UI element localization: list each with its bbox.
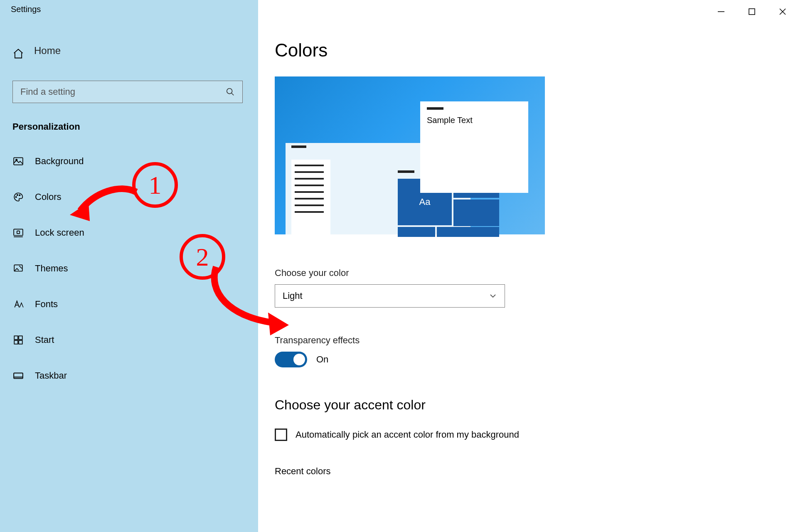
svg-point-10: [19, 195, 20, 195]
search-icon: [226, 87, 235, 96]
preview-tile: [453, 200, 499, 226]
picture-icon: [12, 155, 24, 167]
svg-rect-11: [14, 229, 23, 235]
content-area: Colors Aa: [258, 18, 798, 532]
palette-icon: [12, 191, 24, 203]
page-title: Colors: [275, 40, 798, 61]
app-title-text: Settings: [11, 5, 41, 14]
sidebar-item-colors[interactable]: Colors: [12, 191, 246, 203]
sidebar-item-fonts[interactable]: Fonts: [12, 298, 246, 310]
themes-icon: [12, 263, 24, 274]
sidebar-item-label: Taskbar: [35, 370, 67, 381]
search-input[interactable]: [20, 86, 226, 97]
sidebar-item-label: Colors: [35, 192, 62, 202]
sidebar-item-label: Fonts: [35, 299, 58, 310]
sidebar-item-start[interactable]: Start: [12, 334, 246, 346]
svg-rect-20: [14, 373, 23, 379]
choose-color-value: Light: [283, 291, 303, 301]
svg-rect-1: [749, 9, 755, 15]
svg-rect-18: [14, 340, 18, 344]
svg-rect-17: [19, 336, 22, 340]
svg-point-9: [17, 195, 18, 195]
sidebar-item-label: Lock screen: [35, 227, 84, 238]
home-label: Home: [34, 45, 61, 57]
color-preview: Aa Sample Text: [275, 76, 545, 234]
home-icon: [12, 48, 24, 59]
svg-point-7: [16, 159, 17, 160]
transparency-row: On: [275, 352, 798, 367]
sidebar-item-themes[interactable]: Themes: [12, 263, 246, 274]
auto-accent-label: Automatically pick an accent color from …: [296, 429, 519, 440]
toggle-knob: [293, 354, 305, 365]
preview-sample-text: Sample Text: [427, 116, 473, 125]
sidebar-item-label: Start: [35, 335, 54, 345]
search-field[interactable]: [12, 81, 243, 103]
preview-list-panel: [291, 160, 330, 234]
home-nav[interactable]: Home: [12, 45, 246, 62]
nav-list: Background Colors Lock screen Themes: [12, 155, 246, 382]
transparency-state: On: [316, 354, 328, 365]
svg-point-4: [227, 89, 232, 94]
preview-sample-window: Sample Text: [420, 101, 528, 193]
chevron-down-icon: [489, 292, 497, 300]
sidebar-item-label: Themes: [35, 263, 68, 274]
auto-accent-checkbox[interactable]: [275, 429, 287, 441]
svg-point-8: [15, 197, 16, 197]
taskbar-icon: [12, 370, 24, 382]
maximize-icon: [748, 7, 756, 16]
svg-line-5: [232, 93, 234, 96]
section-header: Personalization: [12, 121, 246, 132]
choose-color-label: Choose your color: [275, 268, 798, 278]
lock-screen-icon: [12, 227, 24, 239]
sidebar-item-lock-screen[interactable]: Lock screen: [12, 227, 246, 239]
minimize-icon: [717, 7, 725, 16]
app-title: Settings: [0, 0, 258, 18]
choose-color-select[interactable]: Light: [275, 284, 505, 308]
preview-tile-grid: [398, 227, 499, 249]
accent-heading: Choose your accent color: [275, 397, 798, 413]
svg-rect-13: [17, 231, 20, 234]
sidebar: Home Personalization Background Colors: [0, 18, 258, 532]
svg-rect-19: [19, 340, 22, 344]
start-icon: [12, 334, 24, 346]
transparency-label: Transparency effects: [275, 335, 798, 346]
recent-colors-label: Recent colors: [275, 466, 798, 477]
sidebar-item-taskbar[interactable]: Taskbar: [12, 370, 246, 382]
sidebar-item-label: Background: [35, 156, 84, 167]
close-icon: [778, 7, 787, 16]
fonts-icon: [12, 298, 24, 310]
sidebar-item-background[interactable]: Background: [12, 155, 246, 167]
auto-accent-row[interactable]: Automatically pick an accent color from …: [275, 429, 798, 441]
title-bar: Settings: [0, 0, 798, 18]
svg-rect-16: [14, 336, 18, 340]
transparency-toggle[interactable]: [275, 352, 307, 367]
